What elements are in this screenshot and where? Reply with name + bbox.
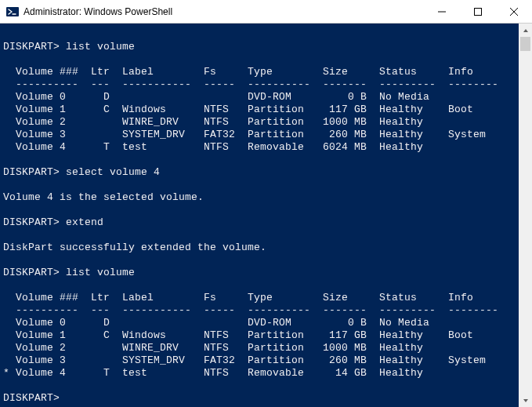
scroll-thumb[interactable] (520, 37, 530, 51)
terminal[interactable]: DISKPART> list volume Volume ### Ltr Lab… (0, 24, 532, 407)
powershell-icon (6, 5, 19, 18)
scrollbar[interactable] (519, 24, 532, 407)
window-title: Administrator: Windows PowerShell (24, 6, 424, 17)
svg-rect-3 (475, 8, 482, 15)
window-controls (424, 0, 532, 23)
svg-rect-0 (6, 7, 19, 16)
maximize-button[interactable] (460, 0, 496, 23)
close-button[interactable] (496, 0, 532, 23)
scroll-down-button[interactable] (519, 394, 532, 407)
titlebar: Administrator: Windows PowerShell (0, 0, 532, 24)
scroll-track[interactable] (519, 37, 532, 394)
scroll-up-button[interactable] (519, 24, 532, 37)
terminal-content: DISKPART> list volume Volume ### Ltr Lab… (3, 41, 529, 405)
minimize-button[interactable] (424, 0, 460, 23)
